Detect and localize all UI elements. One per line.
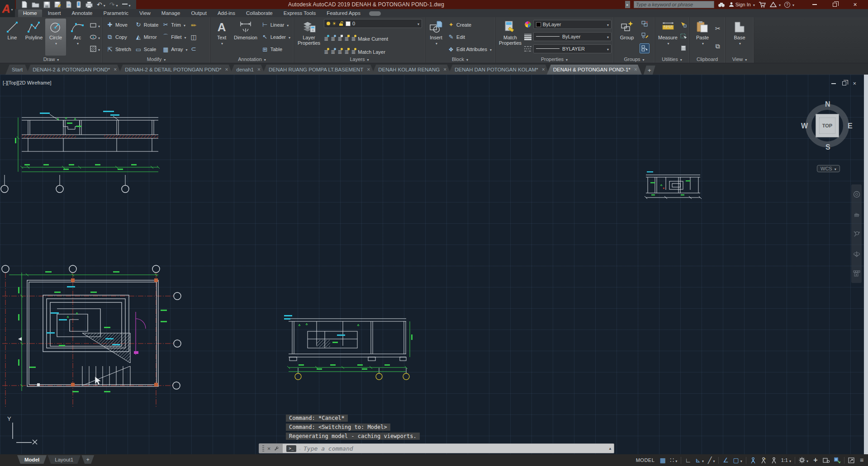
line-button[interactable]: Line (2, 19, 23, 56)
orbit-icon[interactable] (853, 251, 860, 257)
circle-button[interactable]: Circle (45, 19, 66, 56)
match-properties-button[interactable]: Match Properties (497, 19, 523, 56)
stretch-button[interactable]: ⇱Stretch (106, 43, 131, 56)
layer-select[interactable]: ☀ 0 (324, 19, 422, 28)
panel-label-groups[interactable]: Groups (614, 56, 655, 63)
layer-freeze-button[interactable]: ≣ (337, 36, 342, 42)
clean-screen-button[interactable] (846, 456, 856, 465)
drawing-canvas[interactable]: [-][Top][2D Wireframe] × (0, 75, 868, 454)
trim-button[interactable]: ✂Trim (162, 19, 187, 31)
file-tab[interactable]: DENAH RUANG POMPA LT.BASEMENT (262, 65, 375, 75)
close-tab-icon[interactable] (443, 66, 446, 73)
file-tab[interactable]: DENAH-2 & DETAIL POTONGAN POND* (119, 65, 232, 75)
ribbon-tab-express-tools[interactable]: Express Tools (279, 9, 321, 17)
customization-button[interactable]: ≡ (857, 456, 867, 465)
measure-button[interactable]: Measure (657, 19, 679, 56)
rotate-button[interactable]: ↻Rotate (135, 19, 158, 31)
polyline-button[interactable]: Polyline (24, 19, 44, 56)
new-layout-button[interactable]: + (81, 455, 94, 464)
copy-clip-button[interactable]: ⧉ (716, 43, 720, 49)
zoom-icon[interactable] (853, 231, 860, 238)
edit-attributes-button[interactable]: ❖Edit Attributes (447, 46, 492, 53)
grid-toggle[interactable]: ▦ (658, 456, 668, 465)
isometric-drafting-toggle[interactable]: ╱ (706, 456, 716, 465)
ribbon-tab-featured-apps[interactable]: Featured Apps (322, 9, 365, 17)
close-tab-icon[interactable] (367, 66, 370, 73)
sign-in-button[interactable]: Sign In (729, 2, 755, 7)
rectangle-button[interactable] (89, 21, 100, 29)
quick-calculator-button[interactable] (681, 45, 686, 53)
close-tab-icon[interactable] (225, 66, 228, 73)
hardware-acceleration-button[interactable] (832, 456, 842, 465)
erase-button[interactable]: ✏ (191, 22, 196, 28)
ortho-toggle[interactable]: ∟ (683, 456, 693, 465)
export-button[interactable] (66, 1, 72, 8)
explode-button[interactable]: ◫ (191, 34, 197, 40)
hatch-button[interactable] (89, 45, 100, 53)
polar-tracking-toggle[interactable]: ⊾ (693, 456, 706, 465)
viewcube-face-top[interactable]: TOP (816, 114, 839, 137)
search-button[interactable] (718, 2, 725, 7)
file-tab[interactable]: denah1 (230, 65, 265, 75)
make-current-button[interactable]: Make Current (358, 36, 388, 42)
file-tab[interactable]: DENAH DAN POTONGAN KOLAM* (448, 65, 549, 75)
layer-thaw-button[interactable]: ≣ (337, 49, 342, 55)
search-input[interactable] (636, 2, 712, 7)
share-button[interactable] (76, 1, 81, 8)
select-similar-button[interactable] (680, 33, 687, 41)
doc-close-icon[interactable]: × (853, 80, 856, 86)
panel-label-view[interactable]: View (726, 56, 754, 63)
quick-select-button[interactable] (680, 21, 687, 29)
array-button[interactable]: ▦Array (162, 43, 187, 56)
redo-button[interactable]: ↷ (109, 0, 118, 9)
layer-unisolate-button[interactable]: ≣ (331, 49, 335, 55)
viewcube[interactable]: N S W E TOP (801, 99, 854, 152)
file-tab[interactable]: DENAH KOLAM RENANG (372, 65, 451, 75)
ribbon-tab-view[interactable]: View (134, 9, 156, 17)
autodesk-account-button[interactable] (770, 2, 781, 7)
object-snap-toggle[interactable]: ▢ (731, 456, 744, 465)
pan-hand-icon[interactable] (853, 211, 860, 217)
ribbon-tab-output[interactable]: Output (186, 9, 212, 17)
object-snap-tracking-toggle[interactable]: ∠ (721, 456, 730, 465)
group-button[interactable]: Group (616, 19, 638, 56)
ribbon-tab-annotate[interactable]: Annotate (66, 9, 97, 17)
linetype-select[interactable]: BYLAYER (533, 44, 612, 53)
panel-label-draw[interactable]: Draw (0, 56, 102, 63)
move-button[interactable]: ✚Move (106, 19, 131, 31)
wcs-menu[interactable]: WCS (817, 165, 840, 172)
doc-minimize-icon[interactable] (831, 83, 836, 84)
create-block-button[interactable]: ✦Create (447, 21, 492, 28)
layer-properties-button[interactable]: Layer Properties (296, 19, 322, 56)
layer-unlock-button[interactable]: ≣ (344, 49, 349, 55)
ribbon-tab-home[interactable]: Home (18, 9, 42, 17)
ribbon-tab-collaborate[interactable]: Collaborate (241, 9, 278, 17)
ribbon-tab-manage[interactable]: Manage (157, 9, 185, 17)
close-tab-icon[interactable] (114, 66, 117, 73)
ellipse-button[interactable] (89, 33, 100, 41)
paste-button[interactable]: Paste (691, 19, 714, 56)
table-button[interactable]: ⊞Table (261, 46, 290, 53)
scale-button[interactable]: ▭Scale (135, 43, 158, 56)
panel-label-modify[interactable]: Modify (103, 56, 210, 63)
close-button[interactable]: × (845, 0, 865, 9)
lineweight-select[interactable]: ByLayer (533, 32, 612, 41)
ribbon-tab-parametric[interactable]: Parametric (99, 9, 134, 17)
arc-button[interactable]: Arc (67, 19, 88, 56)
viewcube-south[interactable]: S (825, 143, 830, 151)
fillet-button[interactable]: ⌒Fillet (162, 31, 187, 43)
viewcube-west[interactable]: W (801, 122, 808, 130)
layout1-tab[interactable]: Layout1 (47, 455, 81, 464)
command-prompt-icon[interactable] (286, 445, 296, 452)
model-tab[interactable]: Model (17, 455, 47, 464)
plot-button[interactable] (85, 1, 93, 8)
ribbon-display-toggle[interactable] (369, 11, 381, 16)
object-color-select[interactable]: ByLayer (533, 20, 612, 29)
group-edit-button[interactable] (641, 32, 648, 40)
model-paper-toggle[interactable]: MODEL (633, 456, 658, 465)
viewport-controls[interactable]: [-][Top][2D Wireframe] (3, 80, 52, 85)
offset-button[interactable]: ⊂ (191, 46, 196, 52)
annotation-autoscale-toggle[interactable] (759, 456, 768, 465)
match-layer-button[interactable]: Match Layer (358, 49, 385, 55)
annotation-scale-sync-toggle[interactable] (769, 456, 779, 465)
